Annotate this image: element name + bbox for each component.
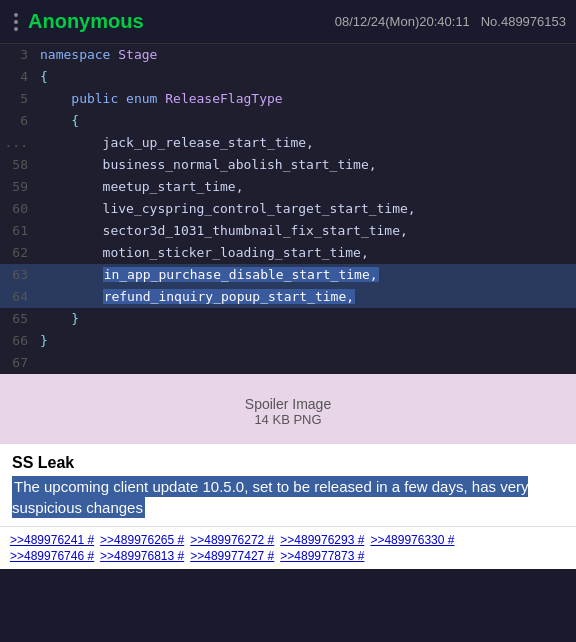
reply-link[interactable]: >>489976746 #: [10, 549, 94, 563]
code-line: 65 }: [0, 308, 576, 330]
line-content: meetup_start_time,: [36, 176, 244, 198]
post-meta: 08/12/24(Mon)20:40:11 No.489976153: [335, 14, 566, 29]
reply-link[interactable]: >>489976241 #: [10, 533, 94, 547]
reply-link[interactable]: >>489976293 #: [280, 533, 364, 547]
line-number: 58: [0, 154, 36, 176]
post-content: SS Leak The upcoming client update 10.5.…: [0, 444, 576, 526]
reply-link[interactable]: >>489976272 #: [190, 533, 274, 547]
reply-links: >>489976241 #>>489976265 #>>489976272 #>…: [0, 526, 576, 569]
header-left: Anonymous: [10, 9, 144, 35]
code-line: 67: [0, 352, 576, 374]
code-line: 6 {: [0, 110, 576, 132]
code-line: 3namespace Stage: [0, 44, 576, 66]
line-content: namespace Stage: [36, 44, 157, 66]
line-number: 66: [0, 330, 36, 352]
line-number: ...: [0, 132, 36, 154]
line-content: public enum ReleaseFlagType: [36, 88, 283, 110]
code-line: 63 in_app_purchase_disable_start_time,: [0, 264, 576, 286]
reply-link[interactable]: >>489977873 #: [280, 549, 364, 563]
reply-link[interactable]: >>489976813 #: [100, 549, 184, 563]
line-content: }: [36, 308, 79, 330]
post-header: Anonymous 08/12/24(Mon)20:40:11 No.48997…: [0, 0, 576, 44]
reply-row-2: >>489976746 #>>489976813 #>>489977427 #>…: [10, 549, 566, 563]
line-number: 5: [0, 88, 36, 110]
code-line: 59 meetup_start_time,: [0, 176, 576, 198]
line-content: {: [36, 110, 79, 132]
code-line: 61 sector3d_1031_thumbnail_fix_start_tim…: [0, 220, 576, 242]
line-number: 4: [0, 66, 36, 88]
line-content: motion_sticker_loading_start_time,: [36, 242, 369, 264]
username: Anonymous: [28, 10, 144, 33]
spoiler-title: Spoiler Image: [245, 396, 331, 412]
code-line: 58 business_normal_abolish_start_time,: [0, 154, 576, 176]
line-number: 3: [0, 44, 36, 66]
code-line: 62 motion_sticker_loading_start_time,: [0, 242, 576, 264]
code-line: 4{: [0, 66, 576, 88]
line-number: 6: [0, 110, 36, 132]
menu-button[interactable]: [10, 9, 22, 35]
line-number: 62: [0, 242, 36, 264]
spoiler-image-area[interactable]: Spoiler Image 14 KB PNG: [0, 374, 576, 444]
line-content: refund_inquiry_popup_start_time,: [36, 286, 355, 308]
line-content: live_cyspring_control_target_start_time,: [36, 198, 416, 220]
code-line: 66}: [0, 330, 576, 352]
line-number: 60: [0, 198, 36, 220]
line-number: 63: [0, 264, 36, 286]
post-text: The upcoming client update 10.5.0, set t…: [12, 476, 528, 518]
reply-link[interactable]: >>489976330 #: [370, 533, 454, 547]
line-content: jack_up_release_start_time,: [36, 132, 314, 154]
post-number: No.489976153: [481, 14, 566, 29]
line-number: 65: [0, 308, 36, 330]
code-block: 3namespace Stage4{5 public enum ReleaseF…: [0, 44, 576, 374]
reply-link[interactable]: >>489977427 #: [190, 549, 274, 563]
code-line: ... jack_up_release_start_time,: [0, 132, 576, 154]
post-text-wrap: The upcoming client update 10.5.0, set t…: [12, 476, 564, 518]
code-line: 64 refund_inquiry_popup_start_time,: [0, 286, 576, 308]
reply-link[interactable]: >>489976265 #: [100, 533, 184, 547]
code-line: 5 public enum ReleaseFlagType: [0, 88, 576, 110]
line-content: in_app_purchase_disable_start_time,: [36, 264, 379, 286]
line-content: }: [36, 330, 48, 352]
code-line: 60 live_cyspring_control_target_start_ti…: [0, 198, 576, 220]
line-content: {: [36, 66, 48, 88]
line-number: 67: [0, 352, 36, 374]
post-title: SS Leak: [12, 454, 564, 472]
reply-row-1: >>489976241 #>>489976265 #>>489976272 #>…: [10, 533, 566, 547]
line-number: 61: [0, 220, 36, 242]
line-content: sector3d_1031_thumbnail_fix_start_time,: [36, 220, 408, 242]
post-datetime: 08/12/24(Mon)20:40:11: [335, 14, 470, 29]
line-content: business_normal_abolish_start_time,: [36, 154, 377, 176]
line-number: 64: [0, 286, 36, 308]
spoiler-size: 14 KB PNG: [254, 412, 321, 427]
line-number: 59: [0, 176, 36, 198]
line-content: [36, 352, 40, 374]
